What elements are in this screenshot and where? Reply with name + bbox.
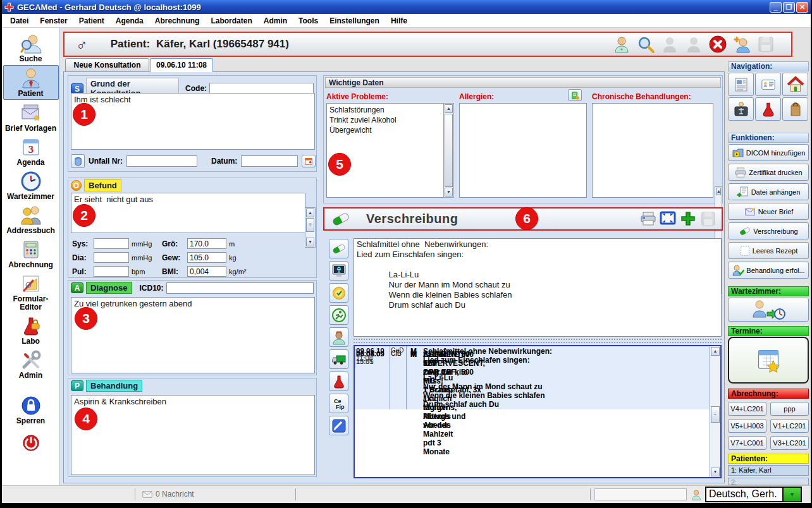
nurse-care-button[interactable] [329, 327, 348, 347]
termine-button[interactable] [728, 337, 809, 384]
scroll-up-icon[interactable]: ▲ [716, 188, 721, 195]
sidebar-item-labo[interactable]: Labo [3, 313, 59, 347]
doctor-button[interactable] [613, 35, 631, 53]
table-row[interactable]: 20.04.0913:35 CIB M AUGMENTIN-125 2mg pa… [355, 349, 355, 368]
dia-input[interactable] [94, 252, 129, 263]
add-prescription-button[interactable] [680, 210, 698, 228]
menu-abrechnung[interactable]: Abrechnung [149, 15, 206, 27]
scroll-down-icon[interactable]: ▼ [306, 238, 314, 246]
certificate-medal-button[interactable] [329, 283, 348, 303]
tab-konsultation-datum[interactable]: 09.06.10 11:08 [150, 58, 213, 72]
sys-input[interactable] [94, 238, 129, 249]
scroll-down-icon[interactable]: ▼ [711, 468, 720, 476]
menu-einstellungen[interactable]: Einstellungen [324, 15, 385, 27]
transport-truck-button[interactable] [329, 349, 348, 369]
nav-xray-button[interactable] [728, 97, 754, 121]
close-patient-button[interactable] [709, 35, 727, 53]
diagnose-textarea[interactable]: Zu viel getrunken gestern abend [71, 297, 315, 373]
laboratory-flask-button[interactable] [329, 372, 348, 391]
user-select[interactable]: Deutsch, Gerh. ▼ [705, 487, 802, 502]
billing-code-button[interactable]: V3+LC201 [770, 436, 809, 450]
sidebar-item-logout[interactable] [3, 431, 59, 454]
sidebar-item-sperren[interactable]: Sperren [3, 393, 59, 426]
fullscreen-button[interactable] [660, 210, 677, 228]
cefip-button[interactable]: CeFip [329, 394, 348, 413]
gewicht-input[interactable] [187, 252, 226, 263]
menu-tools[interactable]: Tools [293, 15, 324, 27]
neuer-brief-button[interactable]: Neuer Brief [728, 203, 809, 220]
minimize-button[interactable]: _ [770, 2, 782, 13]
leeres-rezept-button[interactable]: Leeres Rezept [728, 242, 809, 259]
free-text-pen-button[interactable] [329, 416, 348, 435]
datum-input[interactable] [241, 155, 298, 167]
sidebar-item-brief-vorlagen[interactable]: Brief Vorlagen [3, 100, 59, 134]
verschreibung-button[interactable]: Verschreibung [728, 222, 809, 239]
sidebar-item-formular-editor[interactable]: Formular-Editor [3, 271, 59, 313]
nav-pharmacy-bag-button[interactable] [782, 97, 808, 121]
close-button[interactable]: ✕ [796, 2, 808, 13]
patient-slot-2[interactable]: 2: [728, 478, 809, 485]
sidebar-item-abrechnung[interactable]: Abrechnung [3, 237, 59, 270]
datei-anhaengen-button[interactable]: Datei anhängen [728, 183, 809, 200]
menu-hilfe[interactable]: Hilfe [385, 15, 413, 27]
aktive-probleme-list[interactable]: Schlafstörungen Trinkt zuviel Alkohol Üb… [326, 103, 444, 198]
sidebar-item-agenda[interactable]: 3 Agenda [3, 135, 59, 168]
tab-neue-konsultation[interactable]: Neue Konsultation [65, 58, 149, 72]
sidebar-item-suche[interactable]: Suche [3, 31, 59, 64]
scroll-thumb[interactable]: ≡ [711, 406, 720, 423]
sidebar-item-patient[interactable]: Patient [3, 65, 59, 100]
icd10-input[interactable] [166, 282, 314, 294]
scroll-thumb[interactable]: ≡ [306, 218, 314, 232]
search-patient-button[interactable] [637, 35, 655, 53]
pul-input[interactable] [94, 266, 129, 277]
chevron-down-icon[interactable]: ▼ [782, 488, 801, 501]
unfall-input[interactable] [126, 155, 197, 167]
behandlung-textarea[interactable]: Aspirin & Krankschreiben [71, 395, 315, 475]
nav-patient-record-button[interactable] [755, 73, 781, 96]
menu-agenda[interactable]: Agenda [110, 15, 149, 27]
add-entry-button[interactable] [568, 89, 582, 101]
add-patient-button[interactable] [733, 35, 751, 53]
groesse-input[interactable] [187, 238, 226, 249]
bmi-input[interactable] [187, 266, 226, 277]
restore-button[interactable]: ❐ [783, 2, 795, 13]
physiotherapy-button[interactable] [329, 305, 348, 325]
calendar-picker-button[interactable] [302, 155, 316, 167]
sidebar-item-admin[interactable]: Admin [3, 348, 59, 381]
menu-labordaten[interactable]: Labordaten [205, 15, 257, 27]
befund-scrollbar[interactable]: ▲ ≡ ▼ [305, 207, 316, 248]
dicom-hinzufuegen-button[interactable]: DICOM hinzufügen [728, 144, 809, 161]
scroll-up-icon[interactable]: ▲ [711, 347, 720, 356]
scroll-down-icon[interactable]: ▼ [445, 188, 453, 197]
message-count[interactable]: 0 Nachricht [142, 490, 194, 499]
menu-admin[interactable]: Admin [258, 15, 293, 27]
sidebar-item-addressbuch[interactable]: Addressbuch [3, 203, 59, 236]
history-scrollbar[interactable]: ▲ ≡ ▼ [710, 346, 720, 477]
wartezimmer-button[interactable] [728, 298, 809, 322]
nav-journal-button[interactable] [728, 73, 754, 96]
billing-code-button[interactable]: V7+LC001 [728, 436, 766, 450]
menu-fenster[interactable]: Fenster [34, 15, 73, 27]
behandlung-erfolgreich-button[interactable]: Behandlung erfol... [728, 262, 809, 279]
billing-code-button[interactable]: V1+LC201 [770, 419, 809, 433]
scroll-up-icon[interactable]: ▲ [445, 104, 453, 113]
nav-labo-button[interactable] [755, 97, 781, 121]
menu-patient[interactable]: Patient [73, 15, 110, 27]
allergien-list[interactable] [459, 103, 587, 198]
zertifikat-drucken-button[interactable]: Zertifikat drucken [728, 164, 809, 181]
scroll-thumb[interactable] [445, 114, 453, 187]
nav-home-button[interactable] [782, 73, 808, 96]
status-input[interactable] [594, 488, 687, 500]
radiology-monitor-button[interactable] [329, 261, 348, 281]
print-button[interactable] [639, 210, 657, 228]
patient-slot-1[interactable]: 1: Käfer, Karl [728, 465, 809, 476]
menu-datei[interactable]: Datei [4, 15, 34, 27]
billing-code-button[interactable]: V5+LH003 [728, 419, 766, 433]
history-database-button[interactable] [71, 154, 85, 168]
prescription-editor[interactable]: Schlafmittel ohne Nebenwirkungen: Lied z… [354, 238, 722, 337]
sidebar-item-wartezimmer[interactable]: Wartezimmer [3, 169, 59, 202]
medication-pill-button[interactable] [329, 239, 348, 258]
billing-code-button[interactable]: V4+LC201 [728, 402, 766, 416]
title-bar[interactable]: GECAMed - Gerhard Deutsch @ localhost:10… [2, 0, 811, 14]
billing-code-button[interactable]: ppp [770, 402, 809, 416]
